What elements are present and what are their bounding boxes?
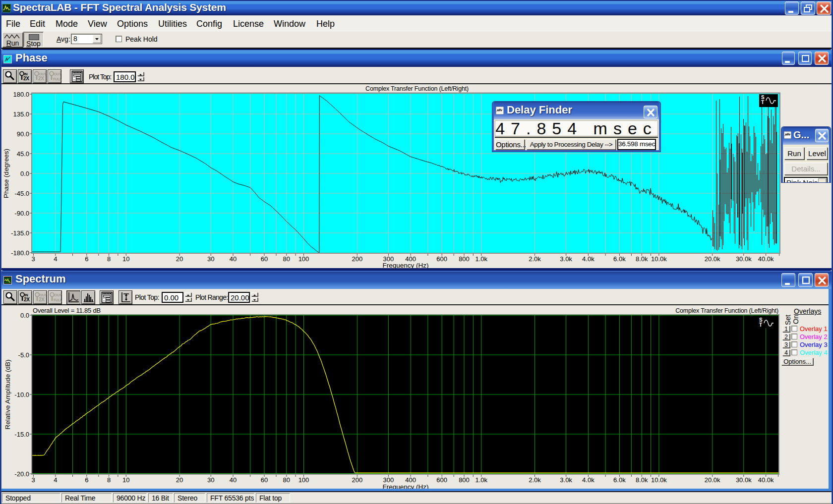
svg-text:8.0k: 8.0k <box>636 476 648 484</box>
svg-text:30: 30 <box>207 476 214 484</box>
svg-text:300: 300 <box>383 476 394 484</box>
svg-text:3.0k: 3.0k <box>560 476 572 484</box>
svg-text:80: 80 <box>283 476 290 484</box>
svg-text:-15.0: -15.0 <box>14 431 29 438</box>
svg-text:0.0: 0.0 <box>20 312 29 319</box>
svg-text:20.0k: 20.0k <box>705 476 720 484</box>
svg-text:3: 3 <box>31 476 35 484</box>
svg-text:10.0k: 10.0k <box>651 476 667 484</box>
svg-text:T: T <box>759 322 762 328</box>
svg-text:6.0k: 6.0k <box>613 476 626 484</box>
svg-text:-5.0: -5.0 <box>18 351 29 359</box>
svg-text:100: 100 <box>298 476 309 484</box>
svg-text:60: 60 <box>261 476 268 484</box>
svg-text:10: 10 <box>122 476 129 484</box>
svg-text:Set: Set <box>784 315 792 325</box>
svg-text:1.0k: 1.0k <box>475 476 487 484</box>
svg-text:6: 6 <box>85 476 88 484</box>
svg-text:4.0k: 4.0k <box>582 476 595 484</box>
svg-text:20: 20 <box>176 476 183 484</box>
svg-text:On: On <box>792 315 800 324</box>
svg-text:600: 600 <box>436 476 447 484</box>
svg-text:200: 200 <box>352 476 362 484</box>
svg-text:Overall Level = 11.85 dB: Overall Level = 11.85 dB <box>33 307 101 314</box>
svg-text:40.0k: 40.0k <box>758 476 774 484</box>
svg-text:Complex Transfer Function (Lef: Complex Transfer Function (Left/Right) <box>675 307 778 314</box>
svg-text:8: 8 <box>107 476 111 484</box>
svg-text:-10.0: -10.0 <box>14 391 29 398</box>
svg-text:30.0k: 30.0k <box>736 476 752 484</box>
svg-text:800: 800 <box>459 476 470 484</box>
svg-text:Relative Amplitude (dB): Relative Amplitude (dB) <box>4 359 11 429</box>
svg-text:2.0k: 2.0k <box>529 476 541 484</box>
svg-text:400: 400 <box>405 476 416 484</box>
svg-text:-20.0: -20.0 <box>14 470 29 478</box>
svg-text:4: 4 <box>54 476 57 484</box>
svg-text:40: 40 <box>230 476 237 484</box>
